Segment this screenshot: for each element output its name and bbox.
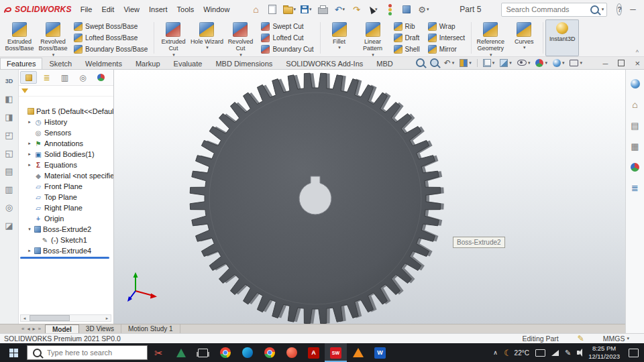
view-settings-icon[interactable]: ▾ <box>570 60 582 66</box>
tree-item-material-not-specified[interactable]: ◆Material <not specified> <box>19 170 113 181</box>
tab-features[interactable]: Features <box>0 58 42 69</box>
view-orientation-icon[interactable]: ▾ <box>483 59 495 67</box>
left-toolbar-tool-9-icon[interactable]: ◪ <box>1 219 17 233</box>
print-button[interactable] <box>315 2 331 17</box>
curves-button[interactable]: Curves▾ <box>507 19 541 56</box>
doc-restore-button[interactable] <box>618 60 625 68</box>
search-icon[interactable] <box>590 5 599 14</box>
taskbar-clock[interactable]: 8:25 PM 12/11/2023 <box>588 345 620 361</box>
next-tab-icon[interactable]: ▸ <box>32 326 35 332</box>
tree-item-origin[interactable]: +Origin <box>19 213 113 224</box>
linear-pattern-button[interactable]: Linear Pattern▾ <box>356 19 390 56</box>
fillet-button[interactable]: Fillet▾ <box>323 19 356 56</box>
rib-button[interactable]: Rib <box>392 21 421 32</box>
search-dropdown-icon[interactable]: ▾ <box>602 7 604 12</box>
app-holiday-app-icon[interactable] <box>170 343 192 362</box>
menu-tools[interactable]: Tools <box>172 3 199 16</box>
tree-item-right-plane[interactable]: ▱Right Plane <box>19 202 113 213</box>
tree-item-sketch1[interactable]: ✎(-) Sketch1 <box>19 235 113 245</box>
command-search[interactable]: ▾ <box>501 3 607 17</box>
left-toolbar-tool-7-icon[interactable]: ▥ <box>1 182 17 196</box>
save-button[interactable]: ▾ <box>298 2 314 17</box>
hide-show-icon[interactable]: ▾ <box>517 60 531 66</box>
design-library-icon[interactable]: ⌂ <box>627 97 643 112</box>
menu-view[interactable]: View <box>119 3 144 16</box>
left-toolbar-view-3d-icon[interactable]: 3D <box>1 74 17 88</box>
tree-filter-row[interactable] <box>19 86 113 97</box>
tab-markup[interactable]: Markup <box>129 58 167 69</box>
apply-scene-icon[interactable]: ▾ <box>553 59 565 67</box>
minimize-button[interactable]: ─ <box>622 1 643 18</box>
doc-minimize-button[interactable]: ─ <box>603 60 608 68</box>
display-style-icon[interactable]: ▾ <box>500 59 512 67</box>
expand-arrow-icon[interactable]: ▾ <box>27 227 32 232</box>
app-vlc-icon[interactable] <box>347 343 369 362</box>
extruded-boss-base-button[interactable]: Extruded Boss/Base <box>3 19 36 56</box>
featuremanager-tab[interactable] <box>20 71 37 84</box>
options-button[interactable]: ⚙▾ <box>415 2 431 17</box>
doc-close-button[interactable]: × <box>635 58 640 68</box>
weather-widget[interactable]: ☾ 22°C <box>504 349 529 357</box>
expand-arrow-icon[interactable]: ▸ <box>27 119 32 125</box>
tab-mbd[interactable]: MBD <box>370 58 399 69</box>
shell-button[interactable]: Shell <box>392 44 421 54</box>
menu-edit[interactable]: Edit <box>97 3 119 16</box>
volume-tray-icon[interactable] <box>577 351 580 355</box>
tree-item-boss-extrude2[interactable]: ▾Boss-Extrude2 <box>19 224 113 235</box>
display-tray-icon[interactable] <box>535 349 545 357</box>
propertymanager-tab[interactable]: ≣ <box>38 71 55 84</box>
tab-sketch[interactable]: Sketch <box>42 58 78 69</box>
dimxpertmanager-tab[interactable]: ◎ <box>74 71 91 84</box>
tree-item-front-plane[interactable]: ▱Front Plane <box>19 181 113 192</box>
rollback-bar[interactable] <box>20 257 109 259</box>
network-tray-icon[interactable] <box>551 350 559 356</box>
start-button[interactable] <box>0 343 27 362</box>
prev-tab-icon[interactable]: ◂ <box>27 326 30 332</box>
doc-tab-3d-views[interactable]: 3D Views <box>79 324 121 333</box>
tab-weldments[interactable]: Weldments <box>78 58 129 69</box>
app-word-icon[interactable]: W <box>369 343 391 362</box>
redo-button[interactable]: ↷ <box>348 2 364 17</box>
extruded-cut-button[interactable]: Extruded Cut▾ <box>156 19 190 56</box>
intersect-button[interactable]: Intersect <box>427 33 466 43</box>
left-toolbar-tool-6-icon[interactable]: ▤ <box>1 164 17 178</box>
app-acrobat-icon[interactable]: A <box>303 343 325 362</box>
tab-solidworks-add-ins[interactable]: SOLIDWORKS Add-Ins <box>279 58 370 69</box>
app-snipping-tool-icon[interactable]: ✂ <box>148 343 170 362</box>
expand-arrow-icon[interactable]: ▸ <box>27 152 32 157</box>
rebuild-button[interactable] <box>382 2 398 17</box>
scroll-right-icon[interactable]: ▸ <box>103 315 111 321</box>
left-toolbar-tool-8-icon[interactable]: ◎ <box>1 200 17 215</box>
app-solidworks-icon[interactable]: SW <box>325 343 347 362</box>
tree-item-solid-bodies-1[interactable]: ▸▣Solid Bodies(1) <box>19 149 113 160</box>
menu-insert[interactable]: Insert <box>144 3 172 16</box>
instant3d-button[interactable]: Instant3D <box>545 19 579 56</box>
swept-cut-button[interactable]: Swept Cut <box>260 21 315 32</box>
left-toolbar-tool-4-icon[interactable]: ◰ <box>1 128 17 142</box>
unit-system-selector[interactable]: MMGS▾ <box>603 335 629 343</box>
tree-item-sensors[interactable]: ◎Sensors <box>19 127 113 138</box>
tree-horizontal-scrollbar[interactable]: ◂ ▸ <box>20 314 111 322</box>
revolved-boss-base-button[interactable]: Revolved Boss/Base▾ <box>36 19 70 56</box>
solidworks-resources-icon[interactable] <box>627 76 643 91</box>
show-hidden-icons-button[interactable]: ∧ <box>493 349 498 356</box>
appearances-icon[interactable] <box>627 160 643 174</box>
app-browser-icon[interactable] <box>280 343 303 362</box>
app-chrome-profile-2-icon[interactable] <box>258 343 280 362</box>
app-chrome-icon[interactable] <box>214 343 236 362</box>
left-toolbar-tool-3-icon[interactable]: ◨ <box>1 110 17 124</box>
tree-item-boss-extrude4[interactable]: ▸Boss-Extrude4 <box>19 245 113 256</box>
configurationmanager-tab[interactable]: ▥ <box>56 71 73 84</box>
boundary-cut-button[interactable]: Boundary Cut <box>260 44 315 54</box>
swept-boss-base-button[interactable]: Swept Boss/Base <box>72 21 149 32</box>
taskbar-search[interactable] <box>27 345 148 360</box>
tree-item-annotations[interactable]: ▸⚑Annotations <box>19 138 113 149</box>
reference-geometry-button[interactable]: Reference Geometry▾ <box>474 19 507 56</box>
graphics-viewport[interactable]: Boss-Extrude2 <box>114 70 625 324</box>
taskbar-search-input[interactable] <box>46 348 142 357</box>
wrap-button[interactable]: Wrap <box>427 21 466 32</box>
home-button[interactable]: ⌂ <box>248 2 264 17</box>
tree-item-part-5-default-default-d[interactable]: Part 5 (Default<<Default>_D <box>19 106 113 117</box>
mirror-button[interactable]: Mirror <box>427 44 466 54</box>
tree-item-equations[interactable]: ▸ΣEquations <box>19 160 113 170</box>
